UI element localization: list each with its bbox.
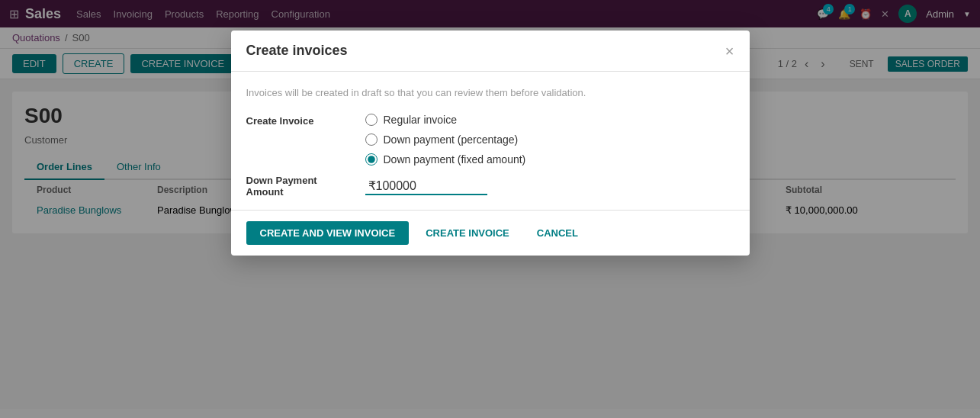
radio-down-pct[interactable]: Down payment (percentage) [365,133,526,146]
create-invoice-label: Create Invoice [246,114,353,127]
radio-down-pct-input[interactable] [365,133,378,146]
modal-create-invoices: Create invoices × Invoices will be creat… [231,31,750,256]
down-payment-label: Down Payment Amount [246,175,353,198]
create-invoice-form-group: Create Invoice Regular invoice Down paym… [246,114,734,166]
radio-regular-invoice[interactable]: Regular invoice [365,114,526,126]
modal-overlay: Create invoices × Invoices will be creat… [0,0,980,418]
down-payment-row: Down Payment Amount [246,175,734,198]
radio-down-fixed-input[interactable] [365,153,378,166]
cancel-button[interactable]: CANCEL [526,221,589,245]
create-and-view-invoice-button[interactable]: CREATE AND VIEW INVOICE [246,221,410,245]
modal-body: Invoices will be created in draft so tha… [231,72,750,210]
modal-title: Create invoices [246,43,348,59]
radio-regular-label: Regular invoice [384,114,458,126]
modal-footer: CREATE AND VIEW INVOICE CREATE INVOICE C… [231,210,750,256]
radio-down-fixed-label: Down payment (fixed amount) [384,153,526,166]
create-invoice-modal-button[interactable]: CREATE INVOICE [415,221,520,245]
radio-down-pct-label: Down payment (percentage) [384,133,519,146]
radio-regular-input[interactable] [365,114,378,126]
modal-subtitle: Invoices will be created in draft so tha… [246,87,734,98]
modal-header: Create invoices × [231,31,750,72]
invoice-type-radio-group: Regular invoice Down payment (percentage… [365,114,526,166]
down-payment-input[interactable] [365,177,487,195]
radio-down-fixed[interactable]: Down payment (fixed amount) [365,153,526,166]
modal-close-button[interactable]: × [725,43,734,59]
